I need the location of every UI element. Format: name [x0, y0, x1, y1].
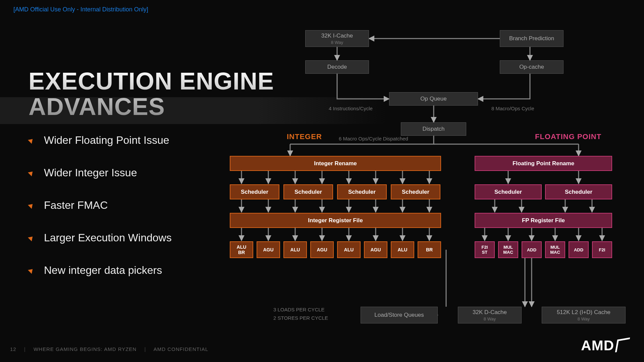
bullet-icon: [28, 235, 35, 241]
box-l2-cache: 512K L2 (I+D) Cache 8 Way: [542, 307, 626, 323]
bullet-icon: [28, 267, 35, 274]
bullet-text: Wider Floating Point Issue: [44, 134, 169, 146]
footer-right: AMD CONFIDENTIAL: [154, 346, 209, 352]
slide-footer: 12 | WHERE GAMING BEGINS: AMD RYZEN | AM…: [10, 346, 208, 352]
bullet-item: Wider Floating Point Issue: [29, 134, 172, 146]
bullet-icon: [28, 202, 35, 209]
bullet-item: New integer data pickers: [29, 264, 172, 277]
logo-text: AMD: [581, 338, 614, 354]
amd-logo: AMD: [581, 338, 629, 354]
box-label: Load/Store Queues: [374, 312, 424, 318]
int-arrows: [230, 28, 444, 263]
box-label: 32K D-Cache: [473, 309, 507, 316]
hint-loads: 3 LOADS PER CYCLE: [273, 307, 325, 312]
bullet-text: Faster FMAC: [44, 199, 108, 212]
box-load-store-queues: Load/Store Queues: [361, 307, 438, 323]
bullet-list: Wider Floating Point Issue Wider Integer…: [29, 134, 172, 297]
bullet-text: Larger Execution Windows: [44, 232, 172, 244]
footer-mid: WHERE GAMING BEGINS: AMD RYZEN: [34, 346, 137, 352]
fp-arrows: [475, 28, 615, 263]
bullet-icon: [28, 170, 35, 176]
classification-header: [AMD Official Use Only - Internal Distri…: [13, 6, 148, 13]
block-diagram: 32K I-Cache 8 Way Branch Prediction Deco…: [277, 28, 629, 330]
bullet-item: Larger Execution Windows: [29, 232, 172, 244]
bullet-text: Wider Integer Issue: [44, 167, 137, 179]
page-number: 12: [10, 346, 16, 352]
box-sublabel: 8 Way: [484, 316, 496, 321]
box-dcache: 32K D-Cache 8 Way: [458, 307, 522, 323]
box-sublabel: 8 Way: [578, 316, 590, 321]
hint-stores: 2 STORES PER CYCLE: [273, 315, 328, 321]
bullet-text: New integer data pickers: [44, 264, 162, 277]
bullet-icon: [28, 137, 35, 144]
amd-arrow-icon: [615, 338, 630, 353]
box-label: 512K L2 (I+D) Cache: [557, 309, 610, 316]
bullet-item: Wider Integer Issue: [29, 167, 172, 179]
title-line2: ADVANCES: [29, 93, 165, 120]
bullet-item: Faster FMAC: [29, 199, 172, 212]
